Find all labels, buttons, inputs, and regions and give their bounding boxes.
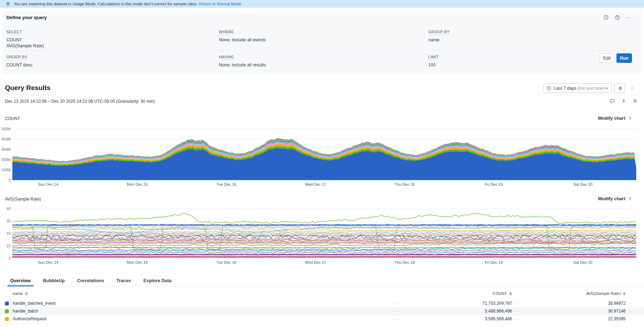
query-history-icon[interactable] bbox=[603, 15, 609, 20]
cell-name: handle_batch bbox=[13, 309, 387, 314]
svg-text:100M: 100M bbox=[1, 168, 11, 172]
table-row[interactable]: AuthorizeRequest···3,595,569,488···22.35… bbox=[0, 315, 644, 323]
panel-title: Define your query bbox=[6, 15, 47, 20]
avg-menu-icon[interactable]: ··· bbox=[626, 317, 644, 321]
page-title: Query Results bbox=[5, 84, 50, 92]
query-field-value: None; include all results bbox=[219, 62, 266, 68]
waving-hand-icon bbox=[6, 2, 10, 6]
query-field-label: SELECT bbox=[6, 30, 22, 35]
cell-count: 71,753,309,767 bbox=[403, 301, 512, 306]
query-field-value: COUNT bbox=[6, 37, 44, 43]
svg-text:10: 10 bbox=[6, 244, 11, 248]
svg-text:Wed Dec 17: Wed Dec 17 bbox=[305, 182, 326, 186]
avg-menu-icon[interactable]: ··· bbox=[626, 309, 644, 313]
sort-icon[interactable] bbox=[509, 292, 512, 296]
comment-icon[interactable] bbox=[610, 98, 615, 103]
count-chart-title: COUNT bbox=[5, 116, 20, 121]
svg-text:20: 20 bbox=[6, 231, 11, 236]
tab-explore-data[interactable]: Explore Data bbox=[142, 276, 173, 286]
row-menu-icon[interactable]: ··· bbox=[387, 317, 403, 321]
modify-chart-link-avg[interactable]: Modify chart bbox=[598, 196, 632, 201]
cell-count: 5,486,966,496 bbox=[403, 309, 512, 314]
svg-text:Sun Dec 14: Sun Dec 14 bbox=[38, 260, 58, 264]
count-menu-icon[interactable]: ··· bbox=[512, 309, 520, 313]
panel-toolbar: ⋯ bbox=[603, 14, 631, 20]
previous-query-button[interactable] bbox=[614, 83, 625, 93]
svg-text:Sat Dec 20: Sat Dec 20 bbox=[573, 182, 592, 186]
modify-chart-link-count[interactable]: Modify chart bbox=[598, 115, 632, 121]
count-menu-icon[interactable]: ··· bbox=[512, 317, 520, 321]
svg-text:200M: 200M bbox=[1, 157, 11, 162]
query-field-select[interactable]: SELECTCOUNTAVG(Sample Rate) bbox=[6, 28, 44, 49]
avg-sample-rate-chart[interactable]: 010203040Sun Dec 14Mon Dec 15Tue Dec 16W… bbox=[0, 204, 644, 268]
result-actions bbox=[610, 98, 638, 103]
divider bbox=[0, 95, 644, 95]
query-field-label: GROUP BY bbox=[428, 30, 449, 35]
tab-traces[interactable]: Traces bbox=[115, 276, 132, 286]
cell-avg-sample-rate: 22.35395 bbox=[520, 316, 626, 321]
banner-message: You are exploring this dataset in Usage … bbox=[14, 2, 198, 6]
query-builder-panel: Define your query ⋯ SELECTCOUNTAVG(Sampl… bbox=[2, 11, 642, 74]
svg-text:Sun Dec 14: Sun Dec 14 bbox=[38, 182, 58, 186]
more-options-icon[interactable]: ⋯ bbox=[626, 14, 631, 20]
query-field-value: 100 bbox=[428, 62, 439, 68]
time-range-value: Last 7 days bbox=[554, 86, 576, 91]
avg-menu-icon[interactable]: ··· bbox=[626, 301, 644, 305]
query-field-group-by[interactable]: GROUP BYname bbox=[428, 28, 449, 43]
svg-text:Thu Dec 18: Thu Dec 18 bbox=[395, 182, 415, 186]
query-field-value: COUNT desc bbox=[6, 62, 32, 68]
tab-bubbleup[interactable]: BubbleUp bbox=[42, 276, 66, 286]
svg-text:Fri Dec 19: Fri Dec 19 bbox=[485, 260, 503, 264]
query-date-range: Dec 13 2025 14:22:06 – Dec 20 2025 14:22… bbox=[5, 99, 155, 104]
results-tab-bar: OverviewBubbleUpCorrelationsTracesExplor… bbox=[0, 276, 644, 286]
svg-text:300M: 300M bbox=[1, 147, 11, 151]
help-icon[interactable] bbox=[615, 15, 620, 20]
svg-text:0: 0 bbox=[8, 256, 11, 260]
row-menu-icon[interactable]: ··· bbox=[387, 309, 403, 313]
count-chart[interactable]: 0100M200M300M400M500MSun Dec 14Mon Dec 1… bbox=[0, 124, 644, 188]
series-color-swatch bbox=[5, 309, 9, 313]
svg-text:30: 30 bbox=[6, 219, 11, 223]
svg-text:Mon Dec 15: Mon Dec 15 bbox=[127, 182, 148, 186]
table-row[interactable]: handle_batch···5,486,966,496···30.97146·… bbox=[0, 307, 644, 315]
edit-button[interactable]: Edit bbox=[600, 53, 614, 63]
return-normal-mode-link[interactable]: Return to Normal Mode bbox=[199, 2, 242, 6]
svg-text:Thu Dec 18: Thu Dec 18 bbox=[395, 260, 415, 264]
chevron-right-icon bbox=[628, 197, 632, 201]
sort-icon[interactable] bbox=[25, 292, 28, 296]
query-row-2: ORDER BYCOUNT descHAVINGNone; include al… bbox=[2, 50, 642, 75]
time-range-dropdown[interactable]: Last 7 days(run just now) bbox=[543, 83, 612, 93]
skip-back-icon bbox=[617, 86, 622, 91]
tab-correlations[interactable]: Correlations bbox=[76, 276, 106, 286]
table-row[interactable]: handle_batched_event···71,753,309,767···… bbox=[0, 299, 644, 307]
gear-icon[interactable] bbox=[632, 98, 638, 103]
cell-avg-sample-rate: 30.97146 bbox=[520, 309, 626, 314]
svg-text:0: 0 bbox=[8, 178, 11, 182]
chevron-down-icon bbox=[604, 86, 609, 90]
query-field-order-by[interactable]: ORDER BYCOUNT desc bbox=[6, 53, 32, 68]
svg-text:Fri Dec 19: Fri Dec 19 bbox=[485, 182, 503, 186]
tab-overview[interactable]: Overview bbox=[9, 276, 32, 286]
download-icon[interactable] bbox=[621, 98, 626, 103]
svg-text:Sat Dec 20: Sat Dec 20 bbox=[573, 260, 592, 264]
query-field-value: None; include all events bbox=[219, 37, 266, 43]
chevron-right-icon bbox=[628, 116, 632, 120]
query-field-value: AVG(Sample Rate) bbox=[6, 43, 44, 49]
avg-sample-rate-chart-title: AVG(Sample Rate) bbox=[5, 197, 41, 202]
skip-forward-icon bbox=[630, 86, 636, 91]
query-field-label: ORDER BY bbox=[6, 55, 28, 60]
query-field-where[interactable]: WHERENone; include all events bbox=[219, 28, 266, 43]
count-menu-icon[interactable]: ··· bbox=[512, 301, 520, 305]
sort-icon[interactable] bbox=[623, 292, 626, 296]
query-field-limit[interactable]: LIMIT100 bbox=[428, 53, 439, 68]
row-menu-icon[interactable]: ··· bbox=[387, 301, 403, 305]
run-button[interactable]: Run bbox=[616, 53, 632, 63]
query-field-having[interactable]: HAVINGNone; include all results bbox=[219, 53, 266, 68]
cell-avg-sample-rate: 26.96972 bbox=[520, 301, 626, 306]
query-field-value: name bbox=[428, 37, 449, 43]
results-table: name COUNT AVG(Sample Rate) bbox=[0, 287, 644, 323]
series-color-swatch bbox=[5, 317, 9, 321]
svg-text:500M: 500M bbox=[1, 127, 11, 131]
next-query-button-disabled bbox=[628, 83, 638, 93]
svg-text:Tue Dec 16: Tue Dec 16 bbox=[216, 182, 236, 186]
